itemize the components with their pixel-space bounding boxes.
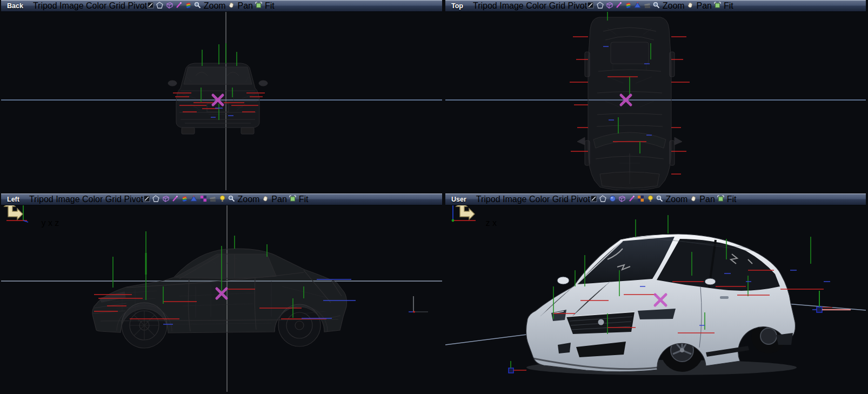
viewport-user-canvas[interactable]: y z x xyxy=(445,205,866,394)
menu-item-pivot[interactable]: Pivot xyxy=(128,1,147,10)
viewport-back-toolbar: Back Tripod Image Color Grid Pivot xyxy=(1,0,442,12)
lightbulb-icon[interactable] xyxy=(647,195,654,204)
gradient-texture-icon[interactable] xyxy=(625,1,632,10)
fit-button[interactable]: Fit xyxy=(714,1,733,10)
viewport-menu: Tripod Image Color Grid Pivot xyxy=(29,195,143,204)
menu-item-pivot[interactable]: Pivot xyxy=(571,195,590,204)
menu-item-pivot[interactable]: Pivot xyxy=(124,195,143,204)
hand-icon xyxy=(687,1,694,10)
menu-item-pivot[interactable]: Pivot xyxy=(568,1,587,10)
pen-icon[interactable] xyxy=(628,195,635,204)
menu-item-grid[interactable]: Grid xyxy=(105,195,122,204)
cone-icon[interactable] xyxy=(190,195,197,204)
checkerboard-icon[interactable] xyxy=(637,195,644,204)
menu-item-image[interactable]: Image xyxy=(56,195,79,204)
menu-item-grid[interactable]: Grid xyxy=(552,195,569,204)
gradient-texture-icon[interactable] xyxy=(185,1,192,10)
pen-icon[interactable] xyxy=(175,1,182,10)
gradient-texture-icon[interactable] xyxy=(181,195,188,204)
menu-item-tripod[interactable]: Tripod xyxy=(33,1,57,10)
wireframe-cube-icon[interactable] xyxy=(606,1,613,10)
menu-item-tripod[interactable]: Tripod xyxy=(476,195,500,204)
viewport-user: User Tripod Image Color Grid Pivot xyxy=(445,193,866,392)
fit-button[interactable]: Fit xyxy=(717,195,736,204)
fit-button[interactable]: Fit xyxy=(255,1,274,10)
wireframe-polygon-icon[interactable] xyxy=(156,1,163,10)
display-mode-icon-strip xyxy=(143,195,228,204)
pen-icon[interactable] xyxy=(171,195,178,204)
wireframe-cube-icon[interactable] xyxy=(618,195,625,204)
viewport-top-toolbar: Top Tripod Image Color Grid Pivot xyxy=(445,0,866,12)
viewport-top: Top Tripod Image Color Grid Pivot xyxy=(445,0,866,190)
viewport-menu: Tripod Image Color Grid Pivot xyxy=(476,195,590,204)
menu-item-color[interactable]: Color xyxy=(86,1,106,10)
clapperboard-icon[interactable] xyxy=(209,195,216,204)
clapperboard-icon[interactable] xyxy=(644,1,651,10)
locator-object xyxy=(409,296,428,313)
draw-style-icon[interactable] xyxy=(143,195,150,204)
magnifier-icon xyxy=(656,195,663,204)
magnifier-icon xyxy=(194,1,201,10)
zoom-button[interactable]: Zoom xyxy=(656,195,690,204)
fit-button[interactable]: Fit xyxy=(289,195,308,204)
draw-style-icon[interactable] xyxy=(590,195,597,204)
viewport-name-button[interactable]: User xyxy=(447,195,471,204)
menu-item-image[interactable]: Image xyxy=(59,1,83,10)
quad-viewport-workspace: Back Tripod Image Color Grid Pivot xyxy=(0,0,868,394)
viewport-name-button[interactable]: Back xyxy=(3,2,28,10)
viewport-menu: Tripod Image Color Grid Pivot xyxy=(473,1,587,11)
viewport-back: Back Tripod Image Color Grid Pivot xyxy=(1,0,442,190)
lightbulb-icon[interactable] xyxy=(219,195,226,204)
fit-frame-icon xyxy=(717,195,724,204)
menu-item-color[interactable]: Color xyxy=(529,195,550,204)
menu-item-grid[interactable]: Grid xyxy=(109,1,125,10)
viewport-menu: Tripod Image Color Grid Pivot xyxy=(33,1,147,11)
menu-item-image[interactable]: Image xyxy=(503,195,526,204)
locator-object xyxy=(812,291,851,312)
sphere-icon[interactable] xyxy=(609,195,616,204)
viewport-left: Left Tripod Image Color Grid Pivot xyxy=(1,193,442,392)
wireframe-cube-icon[interactable] xyxy=(166,1,173,10)
fit-frame-icon xyxy=(289,195,296,204)
pan-button[interactable]: Pan xyxy=(262,195,289,204)
checkerboard-icon[interactable] xyxy=(200,195,207,204)
viewport-left-canvas[interactable]: y x z xyxy=(1,205,442,394)
hand-icon xyxy=(228,1,235,10)
cone-icon[interactable] xyxy=(634,1,641,10)
menu-item-color[interactable]: Color xyxy=(82,195,103,204)
locator-object xyxy=(509,361,526,373)
pan-button[interactable]: Pan xyxy=(690,195,717,204)
wireframe-polygon-icon[interactable] xyxy=(597,1,604,10)
magnifier-icon xyxy=(653,1,660,10)
car-shaded-3d xyxy=(526,234,797,375)
menu-item-tripod[interactable]: Tripod xyxy=(473,1,497,10)
zoom-button[interactable]: Zoom xyxy=(653,1,687,10)
viewport-left-toolbar: Left Tripod Image Color Grid Pivot xyxy=(1,193,442,205)
zoom-button[interactable]: Zoom xyxy=(194,1,228,10)
wireframe-polygon-icon[interactable] xyxy=(152,195,159,204)
hand-icon xyxy=(690,195,697,204)
pen-icon[interactable] xyxy=(615,1,622,10)
menu-item-color[interactable]: Color xyxy=(526,1,546,10)
menu-item-grid[interactable]: Grid xyxy=(549,1,565,10)
display-mode-icon-strip xyxy=(587,1,653,10)
magnifier-icon xyxy=(228,195,235,204)
fit-frame-icon xyxy=(255,1,262,10)
wireframe-polygon-icon[interactable] xyxy=(599,195,606,204)
viewport-user-toolbar: User Tripod Image Color Grid Pivot xyxy=(445,193,866,205)
display-mode-icon-strip xyxy=(147,1,194,10)
viewport-name-button[interactable]: Top xyxy=(447,2,468,10)
viewport-name-button[interactable]: Left xyxy=(3,195,24,204)
pan-button[interactable]: Pan xyxy=(687,1,714,10)
draw-style-icon[interactable] xyxy=(587,1,594,10)
hand-icon xyxy=(262,195,269,204)
fit-frame-icon xyxy=(714,1,721,10)
menu-item-image[interactable]: Image xyxy=(499,1,523,10)
wireframe-cube-icon[interactable] xyxy=(162,195,169,204)
draw-style-icon[interactable] xyxy=(147,1,154,10)
pan-button[interactable]: Pan xyxy=(228,1,255,10)
menu-item-tripod[interactable]: Tripod xyxy=(29,195,54,204)
display-mode-icon-strip xyxy=(590,195,656,204)
zoom-button[interactable]: Zoom xyxy=(228,195,262,204)
